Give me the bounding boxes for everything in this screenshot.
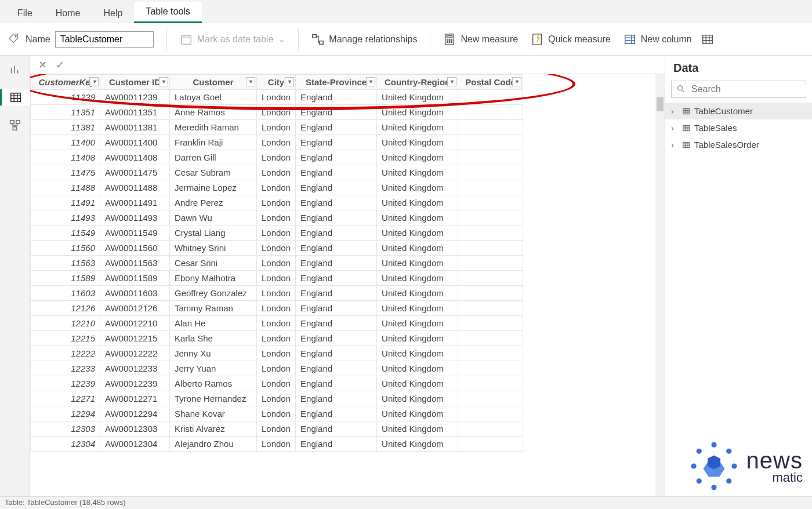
cell[interactable]: AW00011549 (100, 226, 170, 241)
table-row[interactable]: 11589AW00011589Ebony MalhotraLondonEngla… (31, 271, 523, 286)
cell[interactable]: London (257, 437, 296, 452)
cell[interactable]: United Kingdom (377, 271, 458, 286)
table-row[interactable]: 11400AW00011400Franklin RajiLondonEnglan… (31, 135, 523, 150)
cell[interactable]: AW00012222 (100, 346, 170, 361)
cell[interactable]: 11475 (31, 165, 100, 180)
cell[interactable] (458, 226, 523, 241)
cell[interactable]: United Kingdom (377, 210, 458, 226)
cell[interactable]: AW00011475 (100, 165, 170, 180)
cell[interactable] (458, 165, 523, 180)
cell[interactable]: AW00012210 (100, 316, 170, 331)
cell[interactable]: Tammy Raman (170, 301, 257, 316)
cell[interactable]: 12210 (31, 316, 100, 331)
cell[interactable]: England (296, 331, 377, 346)
column-header[interactable]: City▾ (257, 75, 296, 90)
cell[interactable]: Geoffrey Gonzalez (170, 286, 257, 301)
cell[interactable]: England (296, 391, 377, 406)
cell[interactable]: England (296, 256, 377, 271)
table-row[interactable]: 11549AW00011549Crystal LiangLondonEnglan… (31, 226, 523, 241)
table-row[interactable]: 12126AW00012126Tammy RamanLondonEnglandU… (31, 301, 523, 316)
cell[interactable] (458, 391, 523, 406)
cell[interactable]: United Kingdom (377, 226, 458, 241)
cell[interactable]: England (296, 241, 377, 256)
cell[interactable]: United Kingdom (377, 346, 458, 361)
column-header[interactable]: CustomerKey▾ (31, 75, 100, 90)
cell[interactable]: United Kingdom (377, 301, 458, 316)
cell[interactable]: Darren Gill (170, 150, 257, 165)
cell[interactable]: 11351 (31, 105, 100, 120)
cell[interactable]: AW00011603 (100, 286, 170, 301)
cell[interactable]: AW00012303 (100, 421, 170, 437)
cell[interactable]: England (296, 90, 377, 105)
cell[interactable]: AW00011589 (100, 271, 170, 286)
table-row[interactable]: 12304AW00012304Alejandro ZhouLondonEngla… (31, 437, 523, 452)
cell[interactable]: Whitney Srini (170, 241, 257, 256)
table-row[interactable]: 11239AW00011239Latoya GoelLondonEnglandU… (31, 90, 523, 105)
cell[interactable]: Jermaine Lopez (170, 180, 257, 195)
column-filter-button[interactable]: ▾ (159, 77, 168, 86)
table-row[interactable]: 11560AW00011560Whitney SriniLondonEnglan… (31, 241, 523, 256)
cell[interactable]: 11400 (31, 135, 100, 150)
cell[interactable]: AW00011488 (100, 180, 170, 195)
cell[interactable]: London (257, 150, 296, 165)
cell[interactable]: London (257, 316, 296, 331)
cell[interactable] (458, 120, 523, 135)
column-header[interactable]: Postal Code▾ (458, 75, 523, 90)
cell[interactable]: 11493 (31, 210, 100, 226)
fields-search[interactable] (671, 81, 806, 98)
vertical-scrollbar[interactable] (655, 74, 665, 496)
cell[interactable]: United Kingdom (377, 105, 458, 120)
cell[interactable] (458, 346, 523, 361)
cell[interactable]: London (257, 210, 296, 226)
cell[interactable]: London (257, 376, 296, 391)
cell[interactable] (458, 406, 523, 421)
cell[interactable]: Crystal Liang (170, 226, 257, 241)
cell[interactable] (458, 437, 523, 452)
cell[interactable]: AW00011351 (100, 105, 170, 120)
cell[interactable]: Franklin Raji (170, 135, 257, 150)
cell[interactable]: London (257, 90, 296, 105)
table-row[interactable]: 11351AW00011351Anne RamosLondonEnglandUn… (31, 105, 523, 120)
cell[interactable]: AW00012239 (100, 376, 170, 391)
column-header[interactable]: State-Province▾ (296, 75, 377, 90)
cell[interactable]: England (296, 165, 377, 180)
cell[interactable]: 11381 (31, 120, 100, 135)
cell[interactable]: United Kingdom (377, 195, 458, 210)
cell[interactable]: United Kingdom (377, 180, 458, 195)
table-row[interactable]: 12271AW00012271Tyrone HernandezLondonEng… (31, 391, 523, 406)
cell[interactable]: England (296, 421, 377, 437)
cell[interactable]: London (257, 421, 296, 437)
manage-relationships-button[interactable]: Manage relationships (311, 33, 417, 46)
cell[interactable]: AW00011408 (100, 150, 170, 165)
cell[interactable]: AW00011493 (100, 210, 170, 226)
table-row[interactable]: 12239AW00012239Alberto RamosLondonEnglan… (31, 376, 523, 391)
fields-table-item[interactable]: ›TableSales (665, 119, 812, 136)
cell[interactable]: Cesar Subram (170, 165, 257, 180)
cell[interactable]: United Kingdom (377, 331, 458, 346)
cell[interactable]: London (257, 391, 296, 406)
table-row[interactable]: 12303AW00012303Kristi AlvarezLondonEngla… (31, 421, 523, 437)
cell[interactable]: England (296, 210, 377, 226)
cell[interactable]: United Kingdom (377, 316, 458, 331)
cell[interactable]: United Kingdom (377, 361, 458, 376)
cell[interactable]: England (296, 271, 377, 286)
cell[interactable] (458, 135, 523, 150)
cell[interactable]: AW00012215 (100, 331, 170, 346)
cell[interactable]: 12126 (31, 301, 100, 316)
cell[interactable]: England (296, 105, 377, 120)
column-filter-button[interactable]: ▾ (246, 77, 255, 86)
cell[interactable]: 12222 (31, 346, 100, 361)
cell[interactable] (458, 195, 523, 210)
cell[interactable]: United Kingdom (377, 286, 458, 301)
table-row[interactable]: 12215AW00012215Karla SheLondonEnglandUni… (31, 331, 523, 346)
cell[interactable]: England (296, 301, 377, 316)
cell[interactable]: London (257, 120, 296, 135)
cell[interactable]: London (257, 271, 296, 286)
model-view-button[interactable] (7, 117, 23, 133)
cell[interactable]: United Kingdom (377, 135, 458, 150)
cell[interactable]: United Kingdom (377, 165, 458, 180)
fields-table-item[interactable]: ›TableCustomer (665, 103, 812, 119)
cell[interactable]: London (257, 361, 296, 376)
cell[interactable]: United Kingdom (377, 150, 458, 165)
cell[interactable]: 11563 (31, 256, 100, 271)
